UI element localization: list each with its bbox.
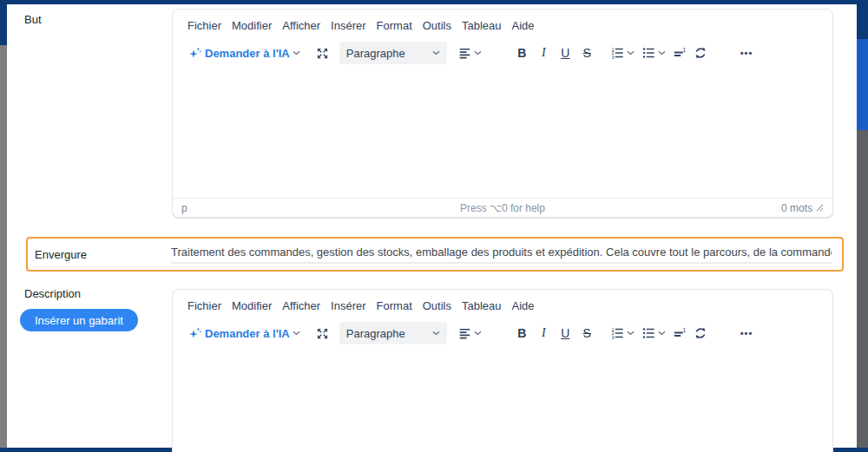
ask-ai-button[interactable]: Demander à l'IA — [185, 324, 304, 343]
ai-sparkle-icon — [188, 46, 202, 60]
chevron-down-icon — [432, 50, 440, 56]
chevron-down-icon — [627, 331, 635, 336]
insert-template-button[interactable]: Insérer un gabarit — [20, 309, 138, 331]
help-hint: Press ⌥0 for help — [286, 202, 720, 214]
fullscreen-icon — [316, 47, 329, 60]
chevron-down-icon — [474, 331, 482, 336]
menu-format[interactable]: Format — [377, 299, 412, 312]
editor-content-area[interactable] — [173, 346, 832, 452]
numbered-list-icon: 123 — [610, 326, 624, 340]
underline-button[interactable]: U — [555, 324, 576, 342]
menu-fichier[interactable]: Fichier — [187, 299, 221, 312]
editor-toolbar: Demander à l'IA Paragraphe B I U S 123 1 — [173, 32, 832, 66]
strikethrough-button[interactable]: S — [576, 44, 598, 62]
align-left-icon — [458, 47, 471, 60]
footnote-icon: 1 — [673, 46, 687, 60]
editor-content-area[interactable] — [173, 66, 832, 198]
description-rich-text-editor: Fichier Modifier Afficher Insérer Format… — [172, 289, 833, 452]
underline-button[interactable]: U — [555, 44, 576, 62]
bold-button[interactable]: B — [511, 44, 533, 62]
fullscreen-button[interactable] — [312, 324, 332, 343]
editor-toolbar: Demander à l'IA Paragraphe B I U S 123 1 — [173, 312, 832, 346]
menu-inserer[interactable]: Insérer — [331, 19, 365, 32]
refresh-icon — [694, 326, 707, 340]
chevron-down-icon — [293, 50, 300, 56]
paragraph-style-select[interactable]: Paragraphe — [339, 322, 447, 344]
envergure-field-label: Envergure — [28, 248, 171, 261]
left-scroll-strip — [0, 45, 7, 448]
fullscreen-icon — [316, 327, 329, 340]
editor-menubar: Fichier Modifier Afficher Insérer Format… — [173, 10, 832, 32]
svg-text:3: 3 — [611, 55, 614, 60]
frame-top-border — [0, 0, 868, 4]
chevron-down-icon — [474, 50, 482, 56]
menu-outils[interactable]: Outils — [423, 19, 451, 32]
envergure-field-row: Envergure Traitement des commandes, gest… — [26, 237, 844, 272]
ask-ai-label: Demander à l'IA — [205, 327, 290, 340]
description-field-label: Description — [24, 287, 81, 300]
menu-aide[interactable]: Aide — [512, 299, 535, 312]
right-scroll-strip — [857, 130, 868, 448]
svg-text:1: 1 — [682, 47, 686, 53]
paragraph-style-value: Paragraphe — [346, 47, 405, 60]
svg-text:3: 3 — [611, 335, 614, 340]
refresh-button[interactable] — [690, 324, 711, 343]
paragraph-style-value: Paragraphe — [346, 327, 405, 340]
menu-aide[interactable]: Aide — [512, 19, 535, 32]
chevron-down-icon — [658, 331, 666, 336]
ask-ai-label: Demander à l'IA — [205, 47, 290, 60]
menu-tableau[interactable]: Tableau — [462, 299, 502, 312]
right-blue-strip — [857, 39, 868, 130]
frame-right-border — [857, 4, 868, 39]
bullet-list-icon — [641, 46, 655, 60]
bullet-list-icon — [641, 326, 655, 340]
chevron-down-icon — [627, 50, 635, 56]
refresh-button[interactable] — [690, 43, 711, 62]
editor-menubar: Fichier Modifier Afficher Insérer Format… — [173, 290, 832, 312]
chevron-down-icon — [432, 331, 440, 336]
paragraph-style-select[interactable]: Paragraphe — [339, 42, 447, 64]
numbered-list-button[interactable]: 123 — [607, 43, 638, 62]
element-path[interactable]: p — [181, 202, 286, 214]
ai-sparkle-icon — [188, 326, 202, 340]
menu-modifier[interactable]: Modifier — [232, 299, 272, 312]
chevron-down-icon — [293, 331, 300, 336]
svg-text:1: 1 — [682, 327, 686, 333]
ask-ai-button[interactable]: Demander à l'IA — [185, 43, 304, 62]
footnote-icon: 1 — [673, 326, 687, 340]
menu-outils[interactable]: Outils — [423, 299, 451, 312]
more-options-button[interactable]: ••• — [735, 327, 759, 339]
but-field-label: But — [24, 13, 42, 26]
resize-handle-icon[interactable] — [816, 204, 824, 212]
bullet-list-button[interactable] — [638, 43, 669, 62]
menu-afficher[interactable]: Afficher — [282, 299, 320, 312]
editor-statusbar: p Press ⌥0 for help 0 mots — [173, 198, 832, 217]
align-button[interactable] — [455, 324, 485, 343]
italic-button[interactable]: I — [533, 44, 555, 62]
fullscreen-button[interactable] — [312, 44, 332, 62]
numbered-list-icon: 123 — [610, 46, 624, 60]
more-options-button[interactable]: ••• — [735, 47, 759, 59]
envergure-input[interactable]: Traitement des commandes, gestion des st… — [171, 246, 832, 264]
bullet-list-button[interactable] — [638, 324, 669, 343]
but-rich-text-editor: Fichier Modifier Afficher Insérer Format… — [172, 9, 833, 218]
numbered-list-button[interactable]: 123 — [607, 324, 638, 343]
menu-format[interactable]: Format — [377, 19, 412, 32]
menu-modifier[interactable]: Modifier — [232, 19, 272, 32]
align-button[interactable] — [455, 44, 485, 62]
menu-fichier[interactable]: Fichier — [187, 19, 221, 32]
frame-left-border — [0, 4, 7, 45]
menu-tableau[interactable]: Tableau — [462, 19, 502, 32]
menu-inserer[interactable]: Insérer — [331, 299, 365, 312]
chevron-down-icon — [658, 50, 666, 56]
italic-button[interactable]: I — [533, 324, 555, 342]
word-count: 0 mots — [781, 202, 812, 214]
menu-afficher[interactable]: Afficher — [282, 19, 320, 32]
align-left-icon — [458, 327, 471, 340]
strikethrough-button[interactable]: S — [576, 324, 598, 342]
bold-button[interactable]: B — [511, 324, 533, 342]
footnote-button[interactable]: 1 — [669, 43, 690, 62]
refresh-icon — [694, 46, 707, 60]
footnote-button[interactable]: 1 — [669, 324, 690, 343]
